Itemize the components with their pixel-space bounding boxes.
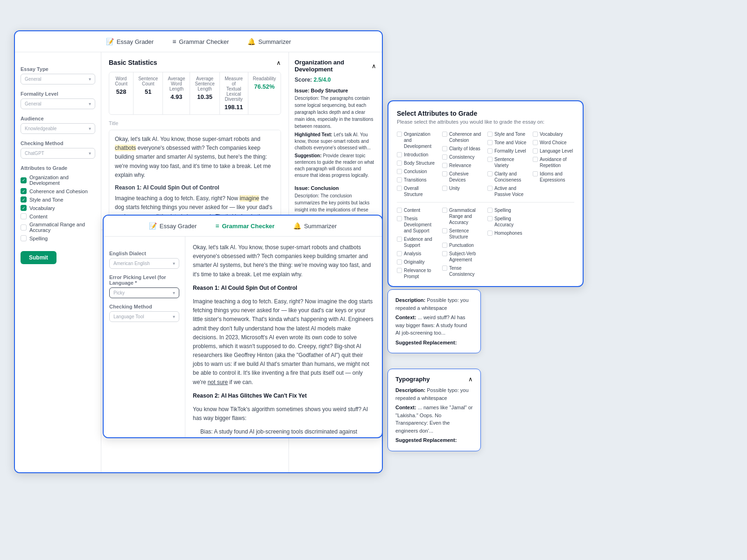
attr-check-intro-box[interactable] (397, 152, 402, 157)
attr-check-avoidance[interactable]: Avoidance of Repetition (533, 156, 574, 168)
attr-check-coherence-box[interactable] (442, 132, 447, 137)
attr-check-consistency[interactable]: Consistency (442, 154, 484, 160)
attr-org-dev[interactable]: Organization and Development (21, 175, 95, 186)
attr-check-formality[interactable]: Formality Level (487, 148, 529, 154)
grammar-tab-grammar[interactable]: ≡ Grammar Checker (211, 220, 278, 231)
attr-spelling[interactable]: Spelling (21, 235, 95, 241)
attr-style[interactable]: Style and Tone (21, 196, 95, 203)
attr-check-originality[interactable]: Originality (397, 259, 438, 265)
attr-check-vocab-box[interactable] (533, 132, 538, 137)
attr-check-analysis-box[interactable] (397, 251, 402, 256)
attr-coherence[interactable]: Coherence and Cohesion (21, 188, 95, 194)
attr-check-lang-level[interactable]: Language Level (533, 148, 574, 154)
attr-check-style-box[interactable] (487, 132, 493, 137)
attr-check-subject-verb-box[interactable] (442, 251, 447, 256)
attr-style-checkbox[interactable] (21, 196, 27, 203)
attr-check-tense[interactable]: Tense Consistency (442, 265, 484, 277)
attr-check-relevance-box[interactable] (442, 163, 447, 168)
attr-check-thesis-box[interactable] (397, 216, 402, 221)
attr-check-overall[interactable]: Overall Structure (397, 185, 438, 197)
attr-check-consistency-box[interactable] (442, 154, 447, 160)
attr-check-idioms[interactable]: Idioms and Expressions (533, 171, 574, 183)
attr-check-word-choice-box[interactable] (533, 140, 538, 145)
attr-check-transitions[interactable]: Transitions (397, 177, 438, 183)
formality-select[interactable]: General ▾ (21, 98, 95, 109)
attr-check-thesis[interactable]: Thesis Development and Support (397, 216, 438, 234)
attr-grammar[interactable]: Grammatical Range and Accuracy (21, 222, 95, 233)
collapse-icon[interactable]: ∧ (276, 59, 281, 66)
essay-text-area[interactable]: Okay, let's talk AI. You know, those sup… (109, 130, 281, 223)
attr-check-sentence-structure[interactable]: Sentence Structure (442, 228, 484, 240)
grammar-checking-method-select[interactable]: Language Tool ▾ (109, 311, 179, 322)
attr-check-vocab[interactable]: Vocabulary (533, 131, 574, 137)
attr-check-subject-verb[interactable]: Subject-Verb Agreement (442, 251, 484, 263)
attr-check-intro[interactable]: Introduction (397, 152, 438, 158)
attr-check-originality-box[interactable] (397, 259, 402, 265)
attr-check-style[interactable]: Style and Tone (487, 131, 529, 137)
attr-check-word-choice[interactable]: Word Choice (533, 140, 574, 146)
attr-check-org-dev[interactable]: Organization and Development (397, 131, 438, 149)
attr-check-spelling-header[interactable]: Spelling (487, 207, 529, 213)
attr-check-spelling-accuracy-box[interactable] (487, 216, 493, 221)
attr-check-content-box[interactable] (397, 208, 402, 213)
attr-check-unity-box[interactable] (442, 186, 447, 191)
attr-check-punctuation[interactable]: Punctuation (442, 242, 484, 248)
attr-check-homophones-box[interactable] (487, 231, 493, 236)
attr-check-active-passive-box[interactable] (487, 186, 493, 191)
attr-check-active-passive[interactable]: Active and Passive Voice (487, 185, 529, 197)
attr-check-content[interactable]: Content (397, 207, 438, 213)
attr-check-body-box[interactable] (397, 161, 402, 166)
audience-select[interactable]: Knowledgeable ▾ (21, 123, 95, 134)
typo-collapse-icon[interactable]: ∧ (468, 376, 473, 383)
attr-content[interactable]: Content (21, 213, 95, 219)
attr-check-formality-box[interactable] (487, 148, 493, 154)
attr-check-clarity[interactable]: Clarity of Ideas (442, 146, 484, 152)
attr-check-homophones[interactable]: Homophones (487, 230, 529, 236)
grammar-content-area[interactable]: Okay, let's talk AI. You know, those sup… (185, 237, 382, 437)
attr-check-relevance-prompt[interactable]: Relevance to Prompt (397, 267, 438, 280)
attr-check-spelling-header-box[interactable] (487, 208, 493, 213)
attr-check-relevance-prompt-box[interactable] (397, 268, 402, 273)
tab-summarizer[interactable]: 🔔 Summarizer (244, 36, 295, 47)
attr-check-evidence-box[interactable] (397, 237, 402, 242)
dialect-select[interactable]: American English ▾ (109, 258, 179, 269)
error-level-select[interactable]: Picky ▾ (109, 287, 179, 298)
attr-check-clarity-concise-box[interactable] (487, 171, 493, 176)
attr-check-tone[interactable]: Tone and Voice (487, 140, 529, 146)
attr-check-tone-box[interactable] (487, 140, 493, 145)
essay-type-select[interactable]: General ▾ (21, 74, 95, 84)
attr-check-sentence-variety[interactable]: Sentence Variety (487, 156, 529, 168)
attr-check-spelling-accuracy[interactable]: Spelling Accuracy (487, 216, 529, 228)
attr-check-overall-box[interactable] (397, 186, 402, 191)
attr-check-analysis[interactable]: Analysis (397, 251, 438, 257)
attr-grammar-checkbox[interactable] (21, 224, 27, 231)
attr-check-sentence-structure-box[interactable] (442, 228, 447, 233)
attr-check-coherence[interactable]: Coherence and Cohesion (442, 131, 484, 143)
checking-method-select[interactable]: ChatGPT ▾ (21, 148, 95, 159)
attr-coherence-checkbox[interactable] (21, 188, 27, 194)
right-panel-collapse-icon[interactable]: ∧ (372, 63, 376, 70)
attr-check-org-dev-box[interactable] (397, 132, 402, 137)
attr-check-clarity-box[interactable] (442, 146, 447, 151)
attr-org-dev-checkbox[interactable] (21, 177, 27, 183)
attr-check-sentence-variety-box[interactable] (487, 157, 493, 162)
attr-check-conclusion-box[interactable] (397, 169, 402, 174)
attr-check-cohesive-box[interactable] (442, 171, 447, 176)
attr-check-grammatical-box[interactable] (442, 208, 447, 213)
attr-check-cohesive[interactable]: Cohesive Devices (442, 171, 484, 183)
grammar-tab-summarizer[interactable]: 🔔 Summarizer (289, 220, 340, 231)
attr-check-punctuation-box[interactable] (442, 243, 447, 248)
tab-grammar-checker[interactable]: ≡ Grammar Checker (169, 36, 233, 47)
attr-check-evidence[interactable]: Evidence and Support (397, 236, 438, 248)
attr-check-conclusion[interactable]: Conclusion (397, 168, 438, 175)
attr-check-relevance[interactable]: Relevance (442, 162, 484, 168)
attr-check-lang-level-box[interactable] (533, 148, 538, 154)
attr-check-body[interactable]: Body Structure (397, 160, 438, 166)
attr-vocab[interactable]: Vocabulary (21, 205, 95, 211)
attr-check-unity[interactable]: Unity (442, 185, 484, 191)
attr-check-tense-box[interactable] (442, 266, 447, 271)
attr-content-checkbox[interactable] (21, 213, 27, 219)
attr-check-transitions-box[interactable] (397, 177, 402, 182)
attr-check-grammatical[interactable]: Grammatical Range and Accuracy (442, 207, 484, 225)
attr-check-clarity-concise[interactable]: Clarity and Conciseness (487, 171, 529, 183)
